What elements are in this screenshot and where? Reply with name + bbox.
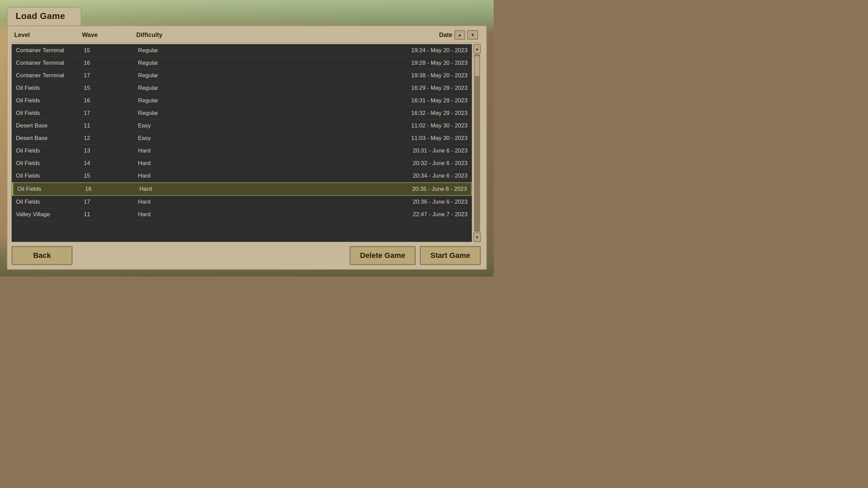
row-difficulty: Regular bbox=[138, 60, 206, 66]
table-row[interactable]: Oil Fields 16 Hard 20:35 - June 6 - 2023 bbox=[12, 182, 472, 196]
table-row[interactable]: Oil Fields 15 Hard 20:34 - June 6 - 2023 bbox=[12, 170, 472, 182]
row-date: 19:28 - May 20 - 2023 bbox=[206, 60, 468, 66]
back-button[interactable]: Back bbox=[12, 246, 73, 265]
row-date: 22:47 - June 7 - 2023 bbox=[206, 211, 468, 218]
row-level: Oil Fields bbox=[16, 147, 84, 154]
sort-date-desc-button[interactable]: ▼ bbox=[467, 30, 478, 40]
row-difficulty: Hard bbox=[138, 147, 206, 154]
table-row[interactable]: Oil Fields 13 Hard 20:31 - June 6 - 2023 bbox=[12, 145, 472, 157]
table-row[interactable]: Oil Fields 16 Regular 16:31 - May 29 - 2… bbox=[12, 95, 472, 107]
row-difficulty: Regular bbox=[138, 72, 206, 79]
table-scroll-area: Container Terminal 15 Regular 19:24 - Ma… bbox=[12, 44, 481, 242]
row-wave: 13 bbox=[84, 147, 138, 154]
table-row[interactable]: Oil Fields 14 Hard 20:32 - June 6 - 2023 bbox=[12, 157, 472, 170]
panel-body: Level Wave Difficulty Date ▲ ▼ Container… bbox=[7, 25, 487, 270]
row-wave: 15 bbox=[84, 47, 138, 54]
row-wave: 14 bbox=[84, 160, 138, 167]
row-date: 11:03 - May 30 - 2023 bbox=[206, 135, 468, 142]
row-wave: 17 bbox=[84, 199, 138, 205]
main-panel: Load Game Level Wave Difficulty Date ▲ ▼… bbox=[7, 7, 487, 270]
table-row[interactable]: Oil Fields 17 Regular 16:32 - May 29 - 2… bbox=[12, 107, 472, 120]
row-wave: 17 bbox=[84, 110, 138, 117]
row-wave: 16 bbox=[84, 97, 138, 104]
table-row[interactable]: Desert Base 12 Easy 11:03 - May 30 - 202… bbox=[12, 132, 472, 145]
row-level: Desert Base bbox=[16, 122, 84, 129]
row-level: Container Terminal bbox=[16, 60, 84, 66]
row-level: Container Terminal bbox=[16, 72, 84, 79]
row-date: 16:29 - May 29 - 2023 bbox=[206, 85, 468, 92]
row-difficulty: Regular bbox=[138, 85, 206, 92]
row-level: Oil Fields bbox=[17, 186, 85, 192]
row-date: 19:24 - May 20 - 2023 bbox=[206, 47, 468, 54]
scroll-up-button[interactable]: ▲ bbox=[473, 44, 481, 54]
row-level: Oil Fields bbox=[16, 172, 84, 179]
row-level: Oil Fields bbox=[16, 199, 84, 205]
column-level-header: Level bbox=[14, 32, 30, 38]
column-wave-header: Wave bbox=[82, 32, 98, 38]
scroll-track[interactable] bbox=[474, 54, 480, 232]
row-difficulty: Regular bbox=[138, 97, 206, 104]
row-date: 20:34 - June 6 - 2023 bbox=[206, 172, 468, 179]
row-difficulty: Easy bbox=[138, 135, 206, 142]
row-wave: 15 bbox=[84, 172, 138, 179]
table-row[interactable]: Valley Village 11 Hard 22:47 - June 7 - … bbox=[12, 208, 472, 221]
row-date: 20:31 - June 6 - 2023 bbox=[206, 147, 468, 154]
scroll-down-button[interactable]: ▼ bbox=[473, 232, 481, 242]
row-wave: 17 bbox=[84, 72, 138, 79]
table-row[interactable]: Desert Base 11 Easy 11:02 - May 30 - 202… bbox=[12, 120, 472, 132]
row-date: 20:32 - June 6 - 2023 bbox=[206, 160, 468, 167]
table-row[interactable]: Oil Fields 15 Regular 16:29 - May 29 - 2… bbox=[12, 82, 472, 95]
row-difficulty: Hard bbox=[138, 160, 206, 167]
row-difficulty: Hard bbox=[138, 172, 206, 179]
row-level: Oil Fields bbox=[16, 97, 84, 104]
page-title: Load Game bbox=[16, 11, 65, 21]
table-row[interactable]: Container Terminal 16 Regular 19:28 - Ma… bbox=[12, 57, 472, 69]
row-level: Container Terminal bbox=[16, 47, 84, 54]
row-difficulty: Hard bbox=[138, 211, 206, 218]
row-wave: 11 bbox=[84, 122, 138, 129]
row-difficulty: Regular bbox=[138, 110, 206, 117]
row-date: 20:36 - June 6 - 2023 bbox=[206, 199, 468, 205]
row-level: Desert Base bbox=[16, 135, 84, 142]
column-difficulty-header: Difficulty bbox=[136, 32, 162, 38]
row-wave: 12 bbox=[84, 135, 138, 142]
row-level: Oil Fields bbox=[16, 110, 84, 117]
game-list[interactable]: Container Terminal 15 Regular 19:24 - Ma… bbox=[12, 44, 472, 242]
row-date: 16:32 - May 29 - 2023 bbox=[206, 110, 468, 117]
table-row[interactable]: Container Terminal 17 Regular 19:38 - Ma… bbox=[12, 69, 472, 82]
sort-date-asc-button[interactable]: ▲ bbox=[454, 30, 465, 40]
row-level: Oil Fields bbox=[16, 85, 84, 92]
row-wave: 16 bbox=[85, 186, 139, 192]
table-row[interactable]: Oil Fields 17 Hard 20:36 - June 6 - 2023 bbox=[12, 196, 472, 208]
row-difficulty: Easy bbox=[138, 122, 206, 129]
delete-game-button[interactable]: Delete Game bbox=[350, 246, 416, 265]
row-date: 16:31 - May 29 - 2023 bbox=[206, 97, 468, 104]
row-date: 20:35 - June 6 - 2023 bbox=[207, 186, 467, 192]
scrollbar: ▲ ▼ bbox=[473, 44, 481, 242]
row-difficulty: Regular bbox=[138, 47, 206, 54]
title-tab: Load Game bbox=[7, 7, 81, 25]
row-date: 19:38 - May 20 - 2023 bbox=[206, 72, 468, 79]
row-wave: 15 bbox=[84, 85, 138, 92]
row-wave: 11 bbox=[84, 211, 138, 218]
row-level: Valley Village bbox=[16, 211, 84, 218]
table-row[interactable]: Container Terminal 15 Regular 19:24 - Ma… bbox=[12, 44, 472, 57]
row-difficulty: Hard bbox=[138, 199, 206, 205]
table-header: Level Wave Difficulty Date ▲ ▼ bbox=[12, 30, 481, 43]
column-date-header: Date bbox=[439, 32, 452, 39]
bottom-right-buttons: Delete Game Start Game bbox=[350, 246, 481, 265]
scroll-thumb[interactable] bbox=[474, 56, 480, 76]
row-level: Oil Fields bbox=[16, 160, 84, 167]
row-date: 11:02 - May 30 - 2023 bbox=[206, 122, 468, 129]
bottom-bar: Back Delete Game Start Game bbox=[12, 242, 481, 265]
row-difficulty: Hard bbox=[139, 186, 207, 192]
start-game-button[interactable]: Start Game bbox=[420, 246, 481, 265]
row-wave: 16 bbox=[84, 60, 138, 66]
